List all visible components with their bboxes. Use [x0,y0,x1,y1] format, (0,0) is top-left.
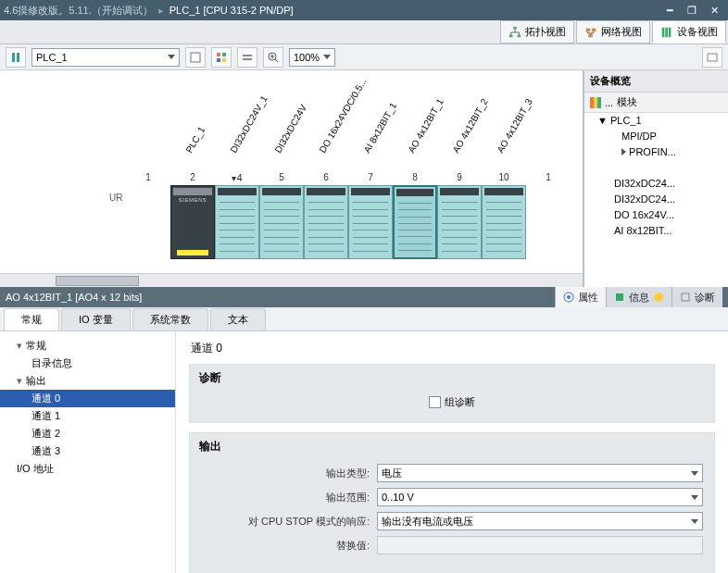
label-cpu-stop: 对 CPU STOP 模式的响应: [201,515,377,529]
label-group-diag: 组诊断 [445,395,475,409]
subtab-sysconst[interactable]: 系统常数 [132,308,208,330]
svg-rect-17 [243,58,252,60]
toolbar-btn-3[interactable] [237,47,257,68]
toolbar: PLC_1 100% [0,44,728,70]
module-di32-2[interactable] [259,185,304,259]
title-bar: 4.6摸修改版。5.11.（开始调试） ▸ PLC_1 [CPU 315-2 P… [0,0,728,20]
module-ao4-1[interactable] [393,185,437,259]
tree-row[interactable]: ▼ PLC_1 [584,113,728,129]
breadcrumb-sep: ▸ [158,5,164,17]
select-cpu-stop[interactable]: 输出没有电流或电压 [377,512,703,530]
svg-rect-7 [665,27,668,37]
tree-row[interactable]: DO 16x24V... [584,207,728,223]
tree-row[interactable]: AI 8x12BIT... [584,223,728,239]
toolbar-btn-1[interactable] [185,47,206,68]
svg-rect-13 [222,53,226,56]
device-canvas[interactable]: UR PLC_1 DI32xDC24V_1 DI32xDC24V DO 16x2… [0,70,584,287]
tree-row[interactable]: MPI/DP [584,129,728,144]
svg-rect-14 [217,58,220,62]
rack-label: UR [109,193,122,203]
svg-rect-9 [12,53,15,62]
module-ao4-3[interactable] [482,185,526,259]
svg-rect-20 [590,97,594,108]
toolbar-btn-2[interactable] [211,47,232,68]
svg-rect-15 [222,58,226,62]
svg-rect-22 [597,97,601,108]
tab-info[interactable]: 信息 [606,287,672,307]
group-diagnostics: 诊断 组诊断 [189,364,715,423]
tab-properties[interactable]: 属性 [555,287,606,307]
select-output-type[interactable]: 电压 [377,464,703,482]
svg-rect-5 [588,33,592,37]
label-output-type: 输出类型: [201,467,377,480]
label-output-range: 输出范围: [201,491,377,504]
module-button[interactable] [6,47,26,68]
zoom-in-button[interactable] [263,47,283,68]
svg-rect-10 [17,53,19,62]
close-button[interactable]: ✕ [704,2,724,19]
property-form: 通道 0 诊断 组诊断 输出 输出类型: 电压 输出范围: 0..10 V [176,331,728,573]
detail-title-bar: AO 4x12BIT_1 [AO4 x 12 bits] 属性 信息 诊断 [0,287,728,307]
overview-title: 设备概览 [584,70,728,93]
svg-rect-21 [594,97,597,108]
nav-io-address[interactable]: I/O 地址 [0,460,175,478]
svg-rect-12 [217,53,220,56]
chevron-down-icon [168,55,175,59]
checkbox-group-diag[interactable] [429,396,441,408]
nav-general[interactable]: ▾常规 [0,337,175,355]
tab-diagnostics[interactable]: 诊断 [672,287,722,307]
properties-icon [563,292,574,303]
zoom-selector[interactable]: 100% [289,48,335,67]
label-substitute: 替换值: [201,539,377,553]
chevron-down-icon [691,519,698,524]
chevron-down-icon [691,495,698,500]
tree-row[interactable]: PROFIN... [584,144,728,160]
nav-catalog[interactable]: 目录信息 [0,355,175,372]
restore-button[interactable]: ❐ [682,2,702,19]
module-do16[interactable] [304,185,348,259]
svg-rect-4 [592,28,596,31]
module-cpu[interactable]: SIEMENS [170,185,215,259]
svg-rect-27 [682,293,689,301]
subtab-general[interactable]: 常规 [4,308,59,330]
select-output-range[interactable]: 0..10 V [377,488,703,506]
svg-rect-0 [513,26,517,29]
minimize-button[interactable]: ━ [659,2,680,19]
toolbar-btn-right[interactable] [702,47,722,68]
horizontal-scrollbar[interactable] [0,273,583,287]
group-output: 输出 输出类型: 电压 输出范围: 0..10 V 对 CPU STOP 模式的… [189,432,715,573]
module-ai8[interactable] [348,185,393,259]
svg-point-24 [567,295,571,299]
svg-point-26 [654,293,663,302]
svg-rect-6 [662,27,665,37]
chevron-down-icon [323,55,331,59]
subtab-iovar[interactable]: IO 变量 [61,308,131,330]
tab-network[interactable]: 网络视图 [576,20,650,44]
tab-device[interactable]: 设备视图 [652,20,726,44]
subtab-text[interactable]: 文本 [210,308,266,330]
input-substitute [377,536,703,554]
module-ao4-2[interactable] [437,185,482,259]
property-nav-tree: ▾常规 目录信息 ▾输出 通道 0 通道 1 通道 2 通道 3 I/O 地址 [0,331,176,573]
warning-icon [653,292,664,303]
nav-channel-2[interactable]: 通道 2 [0,425,175,442]
selected-module-title: AO 4x12BIT_1 [AO4 x 12 bits] [6,292,142,303]
svg-rect-19 [708,54,717,61]
svg-rect-1 [509,34,513,37]
device-selector[interactable]: PLC_1 [31,48,180,67]
svg-rect-2 [518,34,521,37]
tree-row[interactable]: DI32xDC24... [584,192,728,207]
tree-row[interactable] [584,160,728,176]
nav-outputs[interactable]: ▾输出 [0,372,175,390]
device-name: PLC_1 [CPU 315-2 PN/DP] [169,5,294,16]
nav-channel-0[interactable]: 通道 0 [0,390,175,407]
view-tab-bar: 拓扑视图 网络视图 设备视图 [0,20,728,44]
tree-row[interactable]: DI32xDC24... [584,176,728,192]
slot-marker: ▾4 [215,172,259,183]
diagnostics-icon [680,292,691,303]
svg-rect-8 [669,27,672,37]
tab-topology[interactable]: 拓扑视图 [500,20,574,44]
nav-channel-1[interactable]: 通道 1 [0,407,175,425]
module-di32-1[interactable] [215,185,259,259]
nav-channel-3[interactable]: 通道 3 [0,442,175,460]
